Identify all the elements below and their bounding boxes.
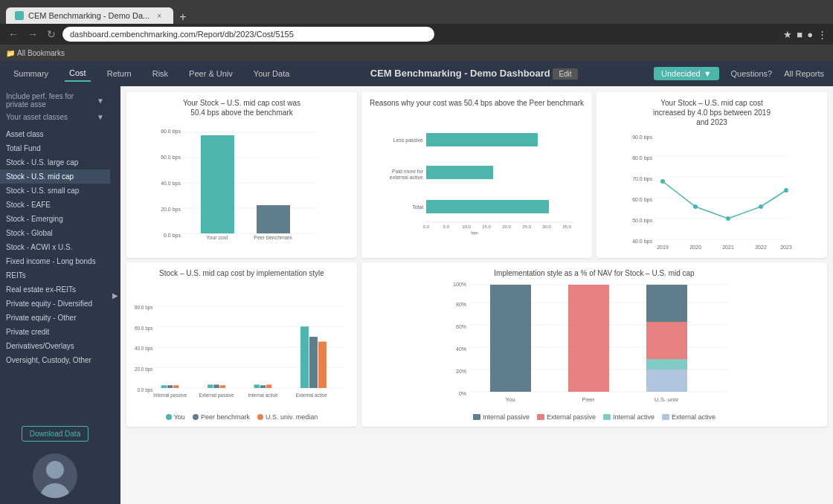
url-bar[interactable]: dashboard.cembenchmarking.com/Report/db/… xyxy=(62,27,434,42)
sidebar-item-oversight[interactable]: Oversight, Custody, Other xyxy=(0,353,110,367)
sidebar-item-pe-diversified[interactable]: Private equity - Diversified xyxy=(0,297,110,311)
chart3-svg: 40.0 bps 50.0 bps 60.0 bps 70.0 bps 80.0… xyxy=(602,132,821,251)
sidebar-item-pe-other[interactable]: Private equity - Other xyxy=(0,311,110,325)
sidebar-item-real-estate[interactable]: Real estate ex-REITs xyxy=(0,282,110,297)
sidebar-item-global[interactable]: Stock - Global xyxy=(0,226,110,240)
charts-grid: Your Stock – U.S. mid cap cost was50.4 b… xyxy=(126,92,827,427)
sidebar-item-emerging[interactable]: Stock - Emerging xyxy=(0,212,110,226)
asset-classes-header[interactable]: Your asset classes ▼ xyxy=(0,110,110,123)
svg-text:25.0: 25.0 xyxy=(522,224,531,229)
svg-text:35.0: 35.0 xyxy=(562,224,571,229)
svg-text:Less passive: Less passive xyxy=(393,138,424,143)
chart2-svg: Less passive Paid more for external acti… xyxy=(367,112,586,231)
nav-your-data[interactable]: Your Data xyxy=(249,66,295,81)
asset-classes-dropdown-icon: ▼ xyxy=(97,113,104,121)
all-reports-link[interactable]: All Reports xyxy=(784,69,824,78)
back-button[interactable]: ← xyxy=(6,28,21,40)
nav-risk[interactable]: Risk xyxy=(148,66,173,81)
svg-text:0.0 bps: 0.0 bps xyxy=(164,233,181,239)
content-area: Include perf. fees for private asse ▼ Yo… xyxy=(0,86,833,504)
tab-favicon xyxy=(15,11,24,20)
undecided-button[interactable]: Undecided ▼ xyxy=(654,67,718,80)
download-data-button[interactable]: Download Data xyxy=(22,426,89,442)
svg-text:80.0 bps: 80.0 bps xyxy=(161,129,181,135)
bookmark-star-icon[interactable]: ★ xyxy=(783,29,792,40)
all-bookmarks[interactable]: 📁 All Bookmarks xyxy=(6,49,65,57)
svg-rect-20 xyxy=(426,133,538,146)
chart-reasons: Reasons why your cost was 50.4 bps above… xyxy=(361,92,592,258)
svg-text:70.0 bps: 70.0 bps xyxy=(632,176,652,182)
chart-trend: Your Stock – U.S. mid cap costincreased … xyxy=(596,92,827,258)
svg-text:60.0 bps: 60.0 bps xyxy=(135,326,153,332)
nav-cost[interactable]: Cost xyxy=(65,65,91,82)
svg-rect-93 xyxy=(568,285,609,392)
menu-icon[interactable]: ⋮ xyxy=(817,29,827,40)
sidebar-item-total-fund[interactable]: Total Fund xyxy=(0,141,110,155)
sidebar-item-derivatives[interactable]: Derivatives/Overlays xyxy=(0,339,110,353)
svg-text:20%: 20% xyxy=(456,369,466,374)
svg-text:external active: external active xyxy=(390,175,423,180)
nav-summary[interactable]: Summary xyxy=(9,66,53,81)
svg-text:5.0: 5.0 xyxy=(443,224,450,229)
sidebar: Include perf. fees for private asse ▼ Yo… xyxy=(0,86,110,504)
active-tab[interactable]: CEM Benchmarking - Demo Da... × xyxy=(6,7,173,24)
url-text: dashboard.cembenchmarking.com/Report/db/… xyxy=(70,30,294,39)
nav-return[interactable]: Return xyxy=(103,66,136,81)
svg-text:15.0: 15.0 xyxy=(482,224,491,229)
chart5-legend: Internal passive External passive Intern… xyxy=(367,413,821,421)
svg-text:80%: 80% xyxy=(456,302,466,307)
svg-point-45 xyxy=(693,204,698,209)
filter-dropdown-icon: ▼ xyxy=(97,97,104,105)
sidebar-item-us-mid-cap[interactable]: Stock - U.S. mid cap xyxy=(0,169,110,184)
svg-text:U.S. univ: U.S. univ xyxy=(654,396,678,403)
edit-button[interactable]: Edit xyxy=(553,68,577,80)
profile-icon[interactable]: ● xyxy=(807,29,813,40)
svg-rect-67 xyxy=(208,384,213,388)
sidebar-item-reits[interactable]: REITs xyxy=(0,268,110,282)
svg-rect-12 xyxy=(201,135,234,233)
chart3-title: Your Stock – U.S. mid cap costincreased … xyxy=(602,98,821,127)
browser-tabs: CEM Benchmarking - Demo Da... × + xyxy=(6,0,193,24)
refresh-button[interactable]: ↻ xyxy=(45,28,58,40)
legend-external-active: External active xyxy=(662,413,715,421)
svg-rect-72 xyxy=(266,384,271,388)
tab-close-button[interactable]: × xyxy=(154,10,164,21)
svg-text:0.0: 0.0 xyxy=(423,224,430,229)
dropdown-chevron-icon: ▼ xyxy=(704,69,712,78)
legend-internal-passive: Internal passive xyxy=(473,413,530,421)
sidebar-item-private-credit[interactable]: Private credit xyxy=(0,325,110,339)
svg-text:20.0 bps: 20.0 bps xyxy=(135,366,153,372)
chart4-svg: 0.0 bps 20.0 bps 40.0 bps 60.0 bps 80.0 … xyxy=(132,282,351,409)
filter-header[interactable]: Include perf. fees for private asse ▼ xyxy=(0,89,110,110)
sidebar-item-us-small-cap[interactable]: Stock - U.S. small cap xyxy=(0,184,110,198)
sidebar-item-acwi[interactable]: Stock - ACWI x U.S. xyxy=(0,240,110,254)
sidebar-item-us-large-cap[interactable]: Stock - U.S. large cap xyxy=(0,155,110,169)
questions-button[interactable]: Questions? xyxy=(731,69,773,78)
svg-rect-97 xyxy=(646,369,687,392)
svg-text:Total: Total xyxy=(412,204,423,210)
chart5-title: Implementation style as a % of NAV for S… xyxy=(367,268,821,278)
new-tab-button[interactable]: + xyxy=(173,10,192,24)
svg-rect-21 xyxy=(426,166,493,179)
svg-rect-96 xyxy=(646,359,687,369)
bookmarks-label: All Bookmarks xyxy=(17,49,65,57)
chart-cost-vs-benchmark: Your Stock – U.S. mid cap cost was50.4 b… xyxy=(126,92,357,258)
svg-text:0%: 0% xyxy=(459,391,466,396)
chart5-svg: 0% 20% 40% 60% 80% 100% xyxy=(367,282,821,409)
svg-text:40%: 40% xyxy=(456,346,466,352)
extensions-icon[interactable]: ■ xyxy=(797,29,803,40)
svg-rect-71 xyxy=(260,385,266,388)
legend-peer-benchmark: Peer benchmark xyxy=(193,413,250,421)
svg-point-47 xyxy=(759,204,763,209)
nav-peer-univ[interactable]: Peer & Univ xyxy=(184,66,237,81)
svg-text:40.0 bps: 40.0 bps xyxy=(632,239,652,245)
svg-text:80.0 bps: 80.0 bps xyxy=(135,305,153,311)
sidebar-item-eafe[interactable]: Stock - EAFE xyxy=(0,198,110,212)
svg-rect-13 xyxy=(257,205,290,233)
forward-button[interactable]: → xyxy=(25,28,40,40)
sidebar-item-fixed-income[interactable]: Fixed income - Long bonds xyxy=(0,254,110,268)
user-avatar xyxy=(33,453,77,498)
sidebar-item-asset-class[interactable]: Asset class xyxy=(0,127,110,141)
sidebar-collapse-button[interactable]: ▶ xyxy=(110,86,120,504)
svg-text:20.0: 20.0 xyxy=(502,224,511,229)
